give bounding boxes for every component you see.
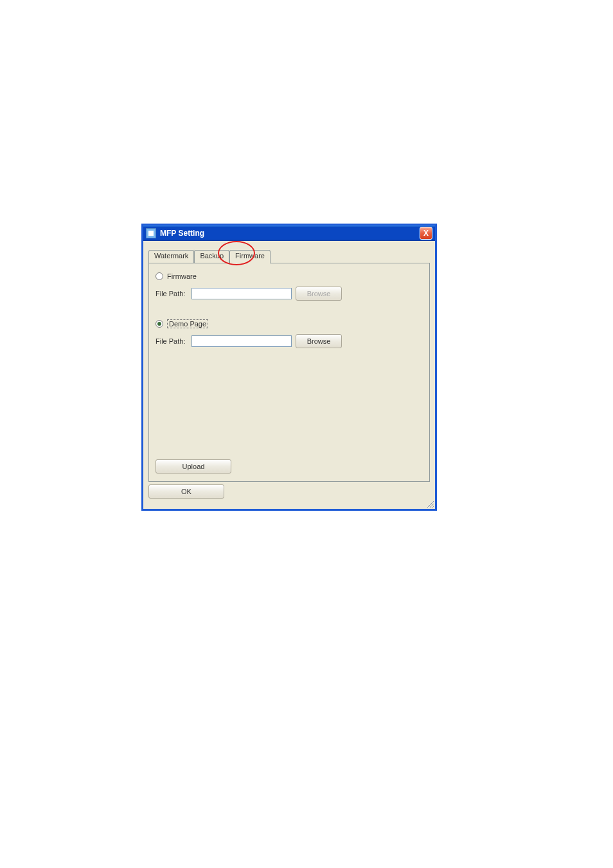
upload-button[interactable]: Upload [155,459,231,474]
tab-backup[interactable]: Backup [194,250,229,263]
mfp-setting-window: MFP Setting X Watermark Backup Firmware [141,224,437,511]
window-body: Watermark Backup Firmware Firmware [143,241,435,509]
app-icon [146,228,156,238]
tab-firmware[interactable]: Firmware [229,250,271,263]
tab-watermark[interactable]: Watermark [148,250,194,263]
radio-demo-page-label: Demo Page [167,319,208,328]
ok-button[interactable]: OK [148,484,224,499]
demo-radio-row: Demo Page [155,319,423,329]
tab-container: Watermark Backup Firmware Firmware [148,250,430,482]
close-button[interactable]: X [420,227,432,240]
radio-firmware-label: Firmware [167,272,197,280]
upload-label: Upload [182,463,205,470]
firmware-filepath-label: File Path: [155,290,191,297]
demo-filepath-label: File Path: [155,337,191,345]
window-title: MFP Setting [160,229,420,238]
resize-grip-icon [425,499,434,508]
titlebar[interactable]: MFP Setting X [143,226,435,241]
demo-browse-button[interactable]: Browse [296,334,342,348]
demo-browse-label: Browse [307,337,331,345]
tab-firmware-label: Firmware [235,252,265,260]
svg-line-2 [432,506,434,508]
footer: OK [143,484,435,504]
firmware-section: Firmware File Path: Browse [155,271,423,301]
radio-demo-page[interactable] [155,320,163,328]
firmware-radio-row: Firmware [155,271,423,281]
firmware-filepath-input[interactable] [191,288,292,299]
firmware-filepath-row: File Path: Browse [155,287,423,301]
upload-section: Upload [155,459,231,474]
tab-backup-label: Backup [200,252,224,260]
demo-section: Demo Page File Path: Browse [155,319,423,348]
firmware-browse-label: Browse [307,290,331,297]
demo-filepath-row: File Path: Browse [155,334,423,348]
tab-panel-firmware: Firmware File Path: Browse Demo Page [148,263,430,482]
demo-filepath-input[interactable] [191,335,292,347]
firmware-browse-button: Browse [296,287,342,301]
tab-row: Watermark Backup Firmware [148,250,430,263]
resize-grip[interactable] [425,499,434,508]
tab-watermark-label: Watermark [154,252,188,260]
ok-label: OK [181,488,191,495]
close-icon: X [423,229,429,238]
radio-firmware[interactable] [155,272,163,280]
